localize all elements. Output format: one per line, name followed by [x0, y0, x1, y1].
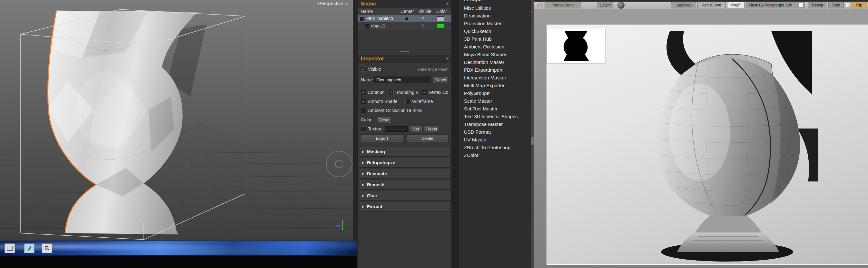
visibility-check-icon[interactable]: ✓ [421, 16, 425, 21]
visible-row: ✓ Visible Reference Mesh [361, 66, 448, 72]
solo-label: Solo [832, 3, 840, 7]
center-radio-icon[interactable] [405, 17, 409, 21]
workspace-button[interactable] [4, 243, 15, 253]
vertex-color-checkbox[interactable]: ✓ [422, 90, 427, 95]
mask-by-polygroups-slider[interactable]: Mask By Polygroups 100 [746, 2, 804, 8]
left-3d-viewport[interactable]: Perspective ▾ [0, 0, 353, 241]
pen-tool-button[interactable] [24, 243, 34, 253]
brush-preview-icon[interactable] [617, 2, 625, 9]
workspace-icon [7, 246, 12, 251]
lazy-step-slider[interactable]: LazyStep [671, 2, 696, 8]
texture-row: Texture Set Reset [361, 125, 448, 132]
mask-by-polygroups-label: Mask By Polygroups [749, 3, 784, 7]
section-label: Retopologize [367, 160, 395, 165]
menu-item-quicksketch[interactable]: QuickSketch [460, 27, 534, 35]
export-button[interactable]: Export [361, 134, 403, 142]
section-label: Extract [367, 204, 382, 209]
axis-gizmo-icon [335, 220, 342, 230]
contour-checkbox[interactable]: ✓ [361, 90, 366, 95]
scene-row-finx-naplech[interactable]: Finx_naplech ✓ [358, 15, 452, 22]
section-glue[interactable]: ▶ Glue [360, 191, 450, 200]
column-visible: Visible [418, 9, 431, 14]
menu-item-zbrush-to-photoshop[interactable]: ZBrush To Photoshop [460, 144, 534, 152]
menu-item-intersection-masker[interactable]: Intersection Masker [460, 74, 534, 82]
left-model-render [0, 0, 353, 241]
name-input[interactable] [374, 77, 431, 83]
delete-button[interactable]: Delete [406, 134, 448, 142]
menu-item-decimation-master[interactable]: Decimation Master [460, 58, 534, 66]
panel-gap [452, 0, 460, 268]
expand-arrow-icon: ▶ [362, 194, 364, 197]
solo-button[interactable]: Solo [828, 2, 844, 8]
menu-item-projection-master[interactable]: Projection Master [460, 20, 534, 27]
accu-curve-button[interactable]: AccuCurve [698, 2, 726, 8]
menu-item-maya-blend-shapes[interactable]: Maya Blend Shapes [460, 51, 534, 58]
texture-reset-button[interactable]: Reset [424, 125, 439, 132]
visibility-check-icon[interactable]: ✓ [421, 23, 425, 28]
zplugin-menu: ZPlugin Misc Utilities Deactivation Proj… [460, 0, 534, 268]
wireframe-checkbox[interactable] [405, 99, 410, 104]
color-swatch[interactable] [437, 17, 444, 21]
section-remesh[interactable]: ▶ Remesh [360, 180, 450, 190]
close-icon[interactable]: × [446, 1, 449, 6]
texture-set-button[interactable]: Set [410, 125, 422, 132]
reference-mesh-label: Reference Mesh [418, 67, 448, 72]
menu-item-deactivation[interactable]: Deactivation [460, 12, 534, 20]
shelf-divider-handle[interactable] [846, 2, 849, 7]
color-label: Color [361, 117, 372, 123]
menu-item-uv-master[interactable]: UV Master [460, 136, 534, 144]
slider-handle[interactable] [799, 3, 804, 7]
close-icon[interactable]: × [446, 56, 449, 61]
menu-item-scale-master[interactable]: Scale Master [460, 97, 534, 105]
vase-silhouette-icon [547, 29, 605, 63]
expander-box[interactable] [360, 17, 364, 21]
menu-item-3d-print-hub[interactable]: 3D Print Hub [460, 35, 534, 43]
texture-checkbox[interactable] [361, 126, 366, 131]
zoom-tool-button[interactable] [42, 243, 52, 253]
lsym-button[interactable]: L.Sym [597, 2, 613, 8]
section-decimate[interactable]: ▶ Decimate [360, 169, 450, 179]
camera-mode-dropdown[interactable]: Perspective ▾ [318, 1, 348, 6]
section-masking[interactable]: ▶ Masking [360, 147, 450, 157]
radial-count-label: RadialCount [552, 3, 574, 7]
column-color: Color [436, 9, 447, 14]
floor-grid [0, 152, 353, 229]
color-swatch[interactable] [437, 24, 444, 29]
section-label: Remesh [367, 182, 384, 187]
chevron-down-icon: ▾ [346, 1, 348, 6]
section-retopologize[interactable]: ▶ Retopologize [360, 158, 450, 167]
panel-splitter-handle[interactable] [400, 51, 409, 52]
color-reset-button[interactable]: Reset [376, 116, 392, 123]
menu-item-multi-map-exporter[interactable]: Multi Map Exporter [460, 82, 534, 89]
texture-input[interactable] [385, 126, 408, 132]
transp-button[interactable]: Transp [808, 2, 827, 8]
lsym-label: L.Sym [600, 3, 611, 7]
zbrush-canvas[interactable] [534, 9, 868, 268]
scene-row-object1[interactable]: object1 ✓ [358, 22, 452, 30]
dock-panel-column: Scene × Name Center Visible Color Finx_n… [357, 0, 452, 268]
menu-item-zcolor[interactable]: ZColor [460, 152, 534, 159]
menu-item-ambient-occlusion[interactable]: Ambient Occlusion [460, 43, 534, 51]
flip-button[interactable]: Flip [851, 2, 867, 8]
section-extract[interactable]: ▶ Extract [360, 202, 450, 212]
polyframe-button[interactable]: PolyF [728, 2, 745, 8]
expand-arrow-icon: ▶ [362, 183, 364, 186]
visible-checkbox[interactable]: ✓ [361, 66, 366, 72]
desktop-wallpaper-strip [0, 241, 357, 256]
bounding-box-checkbox[interactable]: ✓ [389, 90, 394, 95]
radial-count-slider[interactable]: RadialCount [545, 2, 581, 8]
menu-item-subtool-master[interactable]: SubTool Master [460, 105, 534, 113]
smooth-shade-checkbox[interactable]: ✓ [361, 99, 366, 104]
menu-item-polygroupit[interactable]: PolyGroupIt [460, 89, 534, 97]
name-reset-button[interactable]: Reset [433, 76, 448, 83]
menu-item-misc-utilities[interactable]: Misc Utilities [460, 4, 534, 12]
menu-item-usd-format[interactable]: USD Format [460, 128, 534, 136]
expander-box[interactable] [365, 24, 369, 28]
menu-item-fbx-exportimport[interactable]: FBX ExportImport [460, 66, 534, 74]
menu-item-transpose-master[interactable]: Transpose Master [460, 120, 534, 128]
menu-item-text-3d-vector[interactable]: Text 3D & Vector Shapes [460, 113, 534, 120]
actions-row: Export Delete [361, 134, 448, 142]
section-label: Glue [367, 193, 377, 198]
texture-preview-thumbnail[interactable] [547, 29, 606, 63]
ambient-occlusion-dummy-checkbox[interactable] [361, 108, 366, 113]
